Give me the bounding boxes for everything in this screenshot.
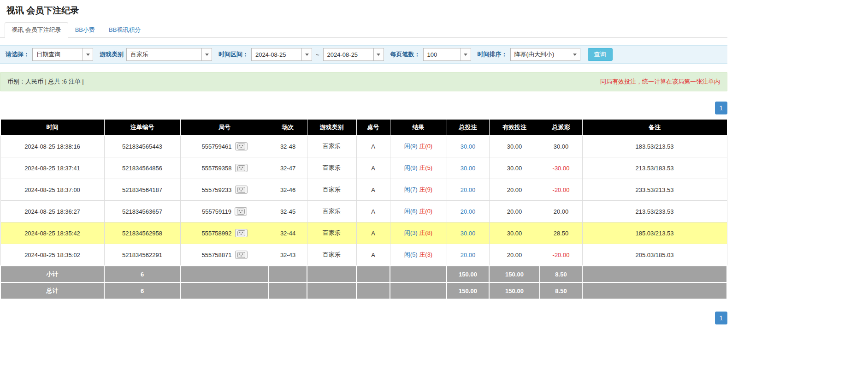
total-label: 总计 <box>0 282 104 299</box>
total-bet-link[interactable]: 30.00 <box>461 230 476 237</box>
tab-betting-records[interactable]: 视讯 会员下注纪录 <box>5 22 68 38</box>
chevron-down-icon[interactable] <box>461 48 471 60</box>
content-container: 视讯 会员下注纪录 视讯 会员下注纪录 BB小费 BB视讯积分 请选择： 日期查… <box>0 5 727 324</box>
cell-bet-id: 521834562958 <box>104 222 180 244</box>
query-type-value: 日期查询 <box>33 48 83 60</box>
cell-total-bet: 20.00 <box>447 201 489 222</box>
cell-round: 555759461 <box>180 136 269 157</box>
header-session: 场次 <box>269 120 307 136</box>
table-row: 2024-08-25 18:35:42521834562958555758992… <box>0 222 727 244</box>
video-replay-icon[interactable] <box>235 164 248 172</box>
total-bet-link[interactable]: 20.00 <box>461 252 476 258</box>
total-empty <box>356 282 390 299</box>
table-row: 2024-08-25 18:37:00521834564187555759233… <box>0 179 727 201</box>
cell-bet-id: 521834562291 <box>104 244 180 266</box>
header-payout: 总派彩 <box>540 120 582 136</box>
subtotal-empty <box>582 266 727 282</box>
game-type-value: 百家乐 <box>127 48 201 60</box>
cell-result: 闲(9) 庄(0) <box>390 136 447 157</box>
subtotal-empty <box>356 266 390 282</box>
cell-bet-id: 521834564187 <box>104 179 180 201</box>
cell-time: 2024-08-25 18:37:41 <box>0 157 104 179</box>
total-empty <box>307 282 356 299</box>
tab-bar: 视讯 会员下注纪录 BB小费 BB视讯积分 <box>0 22 727 38</box>
currency-summary: 币别：人民币 | 总共 :6 注单 | <box>7 78 84 86</box>
header-bet-id: 注单编号 <box>104 120 180 136</box>
tab-bb-video-points[interactable]: BB视讯积分 <box>102 22 148 38</box>
cell-session: 32-44 <box>269 222 307 244</box>
cell-payout: 28.50 <box>540 222 582 244</box>
page-1-button[interactable]: 1 <box>715 102 727 114</box>
page-size-select[interactable]: 100 <box>423 48 471 61</box>
total-payout: 8.50 <box>540 282 582 299</box>
chevron-down-icon[interactable] <box>301 48 312 60</box>
total-bet-link[interactable]: 20.00 <box>461 208 476 215</box>
cell-bet-id: 521834564856 <box>104 157 180 179</box>
cell-game-type: 百家乐 <box>307 136 356 157</box>
subtotal-empty <box>269 266 307 282</box>
cell-session: 32-48 <box>269 136 307 157</box>
game-type-label: 游戏类别 <box>100 50 124 59</box>
cell-payout: -30.00 <box>540 157 582 179</box>
total-total-bet: 150.00 <box>447 282 489 299</box>
cell-round: 555759358 <box>180 157 269 179</box>
game-type-select[interactable]: 百家乐 <box>126 48 212 61</box>
total-empty <box>180 282 269 299</box>
cell-time: 2024-08-25 18:35:42 <box>0 222 104 244</box>
cell-bet-id: 521834565443 <box>104 136 180 157</box>
cell-payout: -20.00 <box>540 244 582 266</box>
cell-payout: -20.00 <box>540 179 582 201</box>
cell-game-type: 百家乐 <box>307 222 356 244</box>
tab-bb-tip[interactable]: BB小费 <box>68 22 102 38</box>
cell-game-type: 百家乐 <box>307 244 356 266</box>
query-type-label: 请选择： <box>6 50 30 59</box>
subtotal-payout: 8.50 <box>540 266 582 282</box>
date-from-select[interactable]: 2024-08-25 <box>251 48 312 61</box>
cell-game-type: 百家乐 <box>307 201 356 222</box>
cell-remark: 213.53/233.53 <box>582 201 727 222</box>
chevron-down-icon[interactable] <box>201 48 212 60</box>
cell-game-type: 百家乐 <box>307 179 356 201</box>
total-bet-link[interactable]: 30.00 <box>461 143 476 150</box>
video-replay-icon[interactable] <box>235 186 248 194</box>
filter-bar: 请选择： 日期查询 游戏类别 百家乐 时间区间： 2024-08-25 ~ 20… <box>0 45 727 64</box>
cell-session: 32-43 <box>269 244 307 266</box>
table-footer: 小计 6 150.00 150.00 8.50 总计 6 15 <box>0 266 727 299</box>
video-replay-icon[interactable] <box>235 251 248 259</box>
page-1-button[interactable]: 1 <box>715 312 727 324</box>
chevron-down-icon[interactable] <box>570 48 580 60</box>
cell-total-bet: 30.00 <box>447 136 489 157</box>
video-replay-icon[interactable] <box>235 142 248 150</box>
subtotal-row: 小计 6 150.00 150.00 8.50 <box>0 266 727 282</box>
video-replay-icon[interactable] <box>235 229 248 237</box>
cell-table: A <box>356 157 390 179</box>
chevron-down-icon[interactable] <box>373 48 384 60</box>
cell-remark: 205.03/185.03 <box>582 244 727 266</box>
date-to-select[interactable]: 2024-08-25 <box>323 48 384 61</box>
date-range-label: 时间区间： <box>218 50 248 59</box>
cell-result: 闲(5) 庄(3) <box>390 244 447 266</box>
cell-round: 555758871 <box>180 244 269 266</box>
cell-remark: 185.03/213.53 <box>582 222 727 244</box>
query-type-select[interactable]: 日期查询 <box>32 48 93 61</box>
search-button[interactable]: 查询 <box>588 48 613 61</box>
chevron-down-icon[interactable] <box>83 48 93 60</box>
cell-result: 闲(9) 庄(5) <box>390 157 447 179</box>
total-empty <box>582 282 727 299</box>
sort-order-select[interactable]: 降幂(由大到小) <box>510 48 580 61</box>
subtotal-valid-bet: 150.00 <box>489 266 540 282</box>
page-size-value: 100 <box>424 48 461 60</box>
cell-valid-bet: 30.00 <box>489 157 540 179</box>
pagination-top: 1 <box>0 102 727 114</box>
video-replay-icon[interactable] <box>235 207 247 216</box>
total-empty <box>390 282 447 299</box>
cell-total-bet: 20.00 <box>447 244 489 266</box>
cell-valid-bet: 20.00 <box>489 244 540 266</box>
total-bet-link[interactable]: 20.00 <box>461 186 476 193</box>
total-bet-link[interactable]: 30.00 <box>461 165 476 172</box>
cell-table: A <box>356 179 390 201</box>
date-range-separator: ~ <box>316 51 319 58</box>
total-row: 总计 6 150.00 150.00 8.50 <box>0 282 727 299</box>
cell-round: 555759233 <box>180 179 269 201</box>
cell-time: 2024-08-25 18:38:16 <box>0 136 104 157</box>
